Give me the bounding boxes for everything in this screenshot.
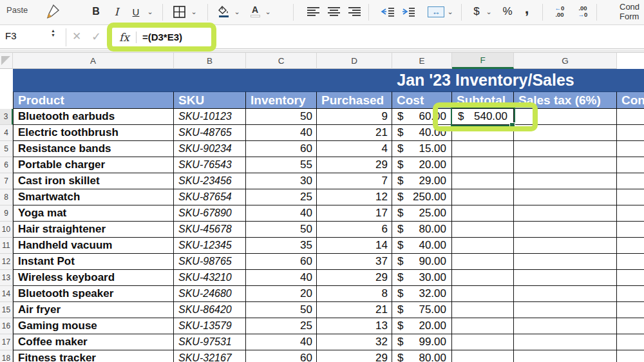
cell-B3[interactable]: SKU-10123 <box>174 109 246 125</box>
column-header-E[interactable]: E <box>392 53 452 69</box>
cell-D18[interactable]: 29 <box>317 350 392 362</box>
cell-C3[interactable]: 50 <box>246 109 317 125</box>
decrease-indent-button[interactable] <box>379 1 397 23</box>
comma-format-button[interactable]: , <box>520 1 533 23</box>
cell-C14[interactable]: 20 <box>246 286 317 302</box>
cell-H6[interactable] <box>617 157 644 173</box>
increase-decimal-button[interactable]: .00 →0 <box>573 1 592 23</box>
cell-B5[interactable]: SKU-90234 <box>174 141 246 157</box>
cell-A18[interactable]: Fitness tracker <box>13 350 174 362</box>
font-color-button[interactable]: A <box>248 1 262 23</box>
column-header-D[interactable]: D <box>317 53 392 69</box>
cell-H13[interactable] <box>617 270 644 286</box>
cell-A4[interactable]: Electric toothbrush <box>13 125 174 141</box>
cell-B13[interactable]: SKU-43210 <box>174 270 246 286</box>
cell-C16[interactable]: 25 <box>246 318 317 334</box>
cell-H14[interactable] <box>617 286 644 302</box>
cell-G14[interactable] <box>514 286 617 302</box>
cell-D7[interactable]: 7 <box>317 173 392 189</box>
spinner-up-icon[interactable]: ▲ <box>51 28 55 33</box>
cell-E8[interactable]: $250.00 <box>392 189 452 205</box>
cell-A8[interactable]: Smartwatch <box>13 189 174 205</box>
cell-B12[interactable]: SKU-98765 <box>174 254 246 270</box>
row-header-14[interactable]: 14 <box>0 286 13 302</box>
cell-D10[interactable]: 6 <box>317 222 392 238</box>
cell-C13[interactable]: 40 <box>246 270 317 286</box>
cell-G7[interactable] <box>514 173 617 189</box>
cell-H5[interactable] <box>617 141 644 157</box>
row-header-18[interactable]: 18 <box>0 350 13 362</box>
cell-D16[interactable]: 13 <box>317 318 392 334</box>
borders-dropdown-chevron-icon[interactable]: ⌄ <box>189 1 198 23</box>
cell-E14[interactable]: $32.00 <box>392 286 452 302</box>
cell-B17[interactable]: SKU-97531 <box>174 334 246 350</box>
row-header-12[interactable]: 12 <box>0 254 13 270</box>
row-header-8[interactable]: 8 <box>0 189 13 205</box>
cell-F15[interactable] <box>452 302 514 318</box>
formula-input[interactable]: =(D3*E3) <box>142 32 182 43</box>
cell-E9[interactable]: $25.00 <box>392 205 452 222</box>
name-box-spinner[interactable]: ▲ ▼ <box>51 28 55 37</box>
cell-C15[interactable]: 50 <box>246 302 317 318</box>
row-header-10[interactable]: 10 <box>0 222 13 238</box>
row-header-11[interactable]: 11 <box>0 238 13 254</box>
cell-E7[interactable]: $29.00 <box>392 173 452 189</box>
cell-C4[interactable]: 40 <box>246 125 317 141</box>
cell-E15[interactable]: $75.00 <box>392 302 452 318</box>
cell-B7[interactable]: SKU-23456 <box>174 173 246 189</box>
align-left-button[interactable] <box>305 1 322 23</box>
bold-button[interactable]: B <box>89 1 103 23</box>
column-header-F[interactable]: F <box>452 53 514 69</box>
cell-G17[interactable] <box>514 334 617 350</box>
cell-D15[interactable]: 21 <box>317 302 392 318</box>
merge-dropdown-chevron-icon[interactable]: ⌄ <box>446 1 455 23</box>
cell-D5[interactable]: 4 <box>317 141 392 157</box>
cell-A15[interactable]: Air fryer <box>13 302 174 318</box>
cell-D8[interactable]: 12 <box>317 189 392 205</box>
select-all-corner[interactable] <box>0 53 13 69</box>
cell-C5[interactable]: 60 <box>246 141 317 157</box>
spinner-down-icon[interactable]: ▼ <box>51 33 55 37</box>
table-header-purchased[interactable]: Purchased <box>317 91 392 109</box>
row-header-6[interactable]: 6 <box>0 157 13 173</box>
fill-color-dropdown-chevron-icon[interactable]: ⌄ <box>232 1 242 23</box>
cell-E17[interactable]: $99.00 <box>392 334 452 350</box>
name-box[interactable]: F3 <box>5 30 17 41</box>
cell-G13[interactable] <box>514 270 617 286</box>
align-center-button[interactable] <box>326 1 343 23</box>
cell-C11[interactable]: 35 <box>246 238 317 254</box>
cell-E13[interactable]: $30.00 <box>392 270 452 286</box>
cell-E6[interactable]: $20.00 <box>392 157 452 173</box>
cell-D9[interactable]: 17 <box>317 205 392 222</box>
cancel-icon[interactable]: ✕ <box>72 30 81 43</box>
cell-D17[interactable]: 32 <box>317 334 392 350</box>
row-header-15[interactable]: 15 <box>0 302 13 318</box>
cell-B8[interactable]: SKU-87654 <box>174 189 246 205</box>
column-header-G[interactable]: G <box>514 53 617 69</box>
cell-A5[interactable]: Resistance bands <box>13 141 174 157</box>
cell-A11[interactable]: Handheld vacuum <box>13 238 174 254</box>
table-header-product[interactable]: Product <box>13 91 174 109</box>
cell-G8[interactable] <box>514 189 617 205</box>
cell-G10[interactable] <box>514 222 617 238</box>
cell-F6[interactable] <box>452 157 514 173</box>
cell-F5[interactable] <box>452 141 514 157</box>
paste-button[interactable]: Paste <box>6 0 28 21</box>
fx-icon[interactable]: fx <box>119 31 129 44</box>
cell-G18[interactable] <box>514 350 617 362</box>
cell-D11[interactable]: 14 <box>317 238 392 254</box>
cell-E16[interactable]: $20.00 <box>392 318 452 334</box>
cell-G5[interactable] <box>514 141 617 157</box>
cell-F7[interactable] <box>452 173 514 189</box>
cell-A6[interactable]: Portable charger <box>13 157 174 173</box>
confirm-icon[interactable]: ✓ <box>91 30 101 44</box>
cell-H7[interactable] <box>617 173 644 189</box>
row-header-4[interactable]: 4 <box>0 125 13 141</box>
cell-B14[interactable]: SKU-24680 <box>174 286 246 302</box>
cell-A14[interactable]: Bluetooth speaker <box>13 286 174 302</box>
borders-button[interactable] <box>171 1 187 23</box>
conditional-formatting-button[interactable]: Cond Form <box>620 1 644 23</box>
percent-format-button[interactable]: % <box>500 1 515 23</box>
cell-B16[interactable]: SKU-13579 <box>174 318 246 334</box>
increase-indent-button[interactable] <box>399 1 417 23</box>
